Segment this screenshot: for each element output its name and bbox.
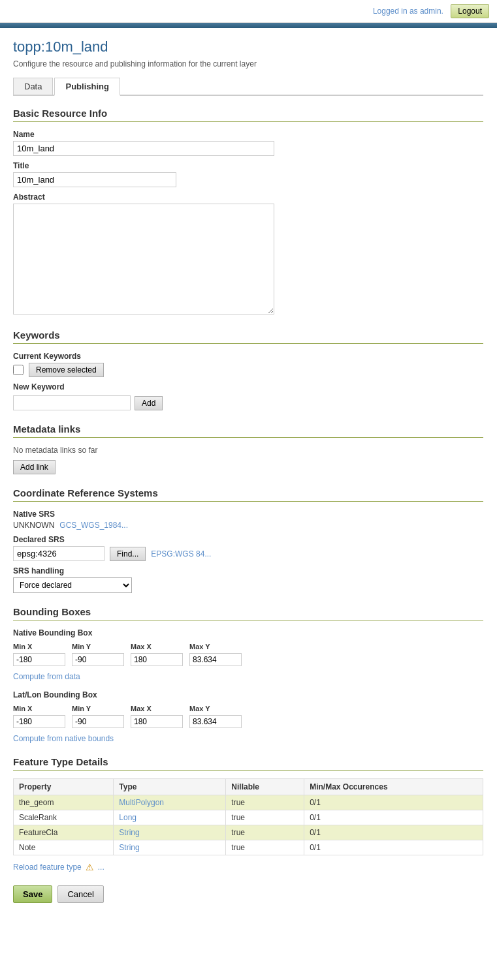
ft-nillable-3: true xyxy=(226,840,304,855)
latlon-max-y-input[interactable] xyxy=(189,715,242,728)
latlon-bbox-table: Min X Min Y Max X Max Y xyxy=(13,703,248,729)
add-link-button[interactable]: Add link xyxy=(13,460,56,474)
feature-type-table: Property Type Nillable Min/Max Occurence… xyxy=(13,778,483,855)
latlon-col-min-x: Min X xyxy=(13,703,72,714)
ft-type-0: MultiPolygon xyxy=(114,795,226,810)
keyword-list: Remove selected xyxy=(13,363,483,377)
reload-feature-type-link[interactable]: Reload feature type xyxy=(13,863,82,872)
keyword-checkbox[interactable] xyxy=(13,365,24,375)
main-content: topp:10m_land Configure the resource and… xyxy=(0,28,496,913)
section-crs: Coordinate Reference Systems xyxy=(13,487,483,502)
native-bbox-label: Native Bounding Box xyxy=(13,628,483,637)
reload-row: Reload feature type ⚠ ... xyxy=(13,862,483,872)
native-min-y-input[interactable] xyxy=(72,653,124,666)
ft-minmax-2: 0/1 xyxy=(304,825,483,840)
latlon-col-max-x: Max X xyxy=(131,703,189,714)
warning-icon: ⚠ xyxy=(86,862,94,872)
native-min-x-input[interactable] xyxy=(13,653,65,666)
ft-nillable-0: true xyxy=(226,795,304,810)
section-metadata-links: Metadata links xyxy=(13,423,483,438)
declared-srs-link[interactable]: EPSG:WGS 84... xyxy=(151,549,211,559)
name-input[interactable] xyxy=(13,141,274,156)
ft-property-3: Note xyxy=(14,840,114,855)
abstract-input[interactable] xyxy=(13,204,274,314)
latlon-col-max-y: Max Y xyxy=(189,703,248,714)
abstract-field-group: Abstract xyxy=(13,192,483,316)
native-srs-label: Native SRS xyxy=(13,510,483,519)
name-field-group: Name xyxy=(13,130,483,156)
ft-property-1: ScaleRank xyxy=(14,810,114,825)
new-keyword-label: New Keyword xyxy=(13,382,483,391)
table-row: FeatureCla String true 0/1 xyxy=(14,825,483,840)
table-row: ScaleRank Long true 0/1 xyxy=(14,810,483,825)
ft-minmax-0: 0/1 xyxy=(304,795,483,810)
ft-col-type: Type xyxy=(114,779,226,795)
page-title: topp:10m_land xyxy=(13,38,483,55)
native-srs-row: UNKNOWN GCS_WGS_1984... xyxy=(13,521,483,530)
col-min-y: Min Y xyxy=(72,641,131,652)
title-field-group: Title xyxy=(13,161,483,187)
title-input[interactable] xyxy=(13,172,176,187)
abstract-label: Abstract xyxy=(13,192,483,202)
ft-type-1: Long xyxy=(114,810,226,825)
ft-property-2: FeatureCla xyxy=(14,825,114,840)
ft-nillable-2: true xyxy=(226,825,304,840)
native-bbox-table: Min X Min Y Max X Max Y xyxy=(13,641,248,667)
section-keywords: Keywords xyxy=(13,329,483,344)
ft-col-nillable: Nillable xyxy=(226,779,304,795)
no-links-text: No metadata links so far xyxy=(13,446,483,455)
native-max-y-input[interactable] xyxy=(189,653,242,666)
latlon-min-y-input[interactable] xyxy=(72,715,124,728)
logout-button[interactable]: Logout xyxy=(451,4,489,18)
declared-srs-label: Declared SRS xyxy=(13,535,483,544)
section-bounding-boxes: Bounding Boxes xyxy=(13,606,483,620)
declared-srs-input[interactable] xyxy=(13,546,104,561)
page-subtitle: Configure the resource and publishing in… xyxy=(13,59,483,69)
current-keywords-label: Current Keywords xyxy=(13,352,483,361)
ft-type-2: String xyxy=(114,825,226,840)
native-srs-link[interactable]: GCS_WGS_1984... xyxy=(59,521,128,530)
latlon-min-x-input[interactable] xyxy=(13,715,65,728)
native-srs-value: UNKNOWN xyxy=(13,521,54,530)
latlon-bbox-label: Lat/Lon Bounding Box xyxy=(13,690,483,699)
declared-srs-row: Find... EPSG:WGS 84... xyxy=(13,546,483,561)
top-bar: Logged in as admin. Logout xyxy=(0,0,497,23)
section-feature-type: Feature Type Details xyxy=(13,756,483,771)
compute-from-data-link[interactable]: Compute from data xyxy=(13,672,80,681)
new-keyword-group: New Keyword Add xyxy=(13,382,483,410)
title-label: Title xyxy=(13,161,483,170)
save-button[interactable]: Save xyxy=(13,885,52,903)
cancel-button[interactable]: Cancel xyxy=(57,885,103,903)
ft-property-0: the_geom xyxy=(14,795,114,810)
tabs: Data Publishing xyxy=(13,78,483,96)
ft-minmax-3: 0/1 xyxy=(304,840,483,855)
col-min-x: Min X xyxy=(13,641,72,652)
tab-data[interactable]: Data xyxy=(13,78,53,95)
srs-handling-row: Force declared Keep native Reproject nat… xyxy=(13,577,483,593)
ft-minmax-1: 0/1 xyxy=(304,810,483,825)
section-basic-resource-info: Basic Resource Info xyxy=(13,108,483,122)
latlon-max-x-input[interactable] xyxy=(131,715,183,728)
compute-from-native-link[interactable]: Compute from native bounds xyxy=(13,734,114,743)
srs-handling-label: SRS handling xyxy=(13,566,483,575)
add-keyword-button[interactable]: Add xyxy=(135,396,163,410)
srs-handling-select[interactable]: Force declared Keep native Reproject nat… xyxy=(13,577,132,593)
header-stripe xyxy=(0,23,497,28)
latlon-col-min-y: Min Y xyxy=(72,703,131,714)
action-row: Save Cancel xyxy=(13,885,483,903)
table-row: the_geom MultiPolygon true 0/1 xyxy=(14,795,483,810)
col-max-x: Max X xyxy=(131,641,189,652)
name-label: Name xyxy=(13,130,483,139)
tab-publishing[interactable]: Publishing xyxy=(54,78,120,96)
find-srs-button[interactable]: Find... xyxy=(110,547,146,561)
ft-col-property: Property xyxy=(14,779,114,795)
remove-selected-button[interactable]: Remove selected xyxy=(29,363,104,377)
reload-ellipsis-link[interactable]: ... xyxy=(98,863,104,872)
ft-col-minmax: Min/Max Occurences xyxy=(304,779,483,795)
ft-type-3: String xyxy=(114,840,226,855)
native-max-x-input[interactable] xyxy=(131,653,183,666)
col-max-y: Max Y xyxy=(189,641,248,652)
ft-nillable-1: true xyxy=(226,810,304,825)
new-keyword-input[interactable] xyxy=(13,395,131,410)
table-row: Note String true 0/1 xyxy=(14,840,483,855)
